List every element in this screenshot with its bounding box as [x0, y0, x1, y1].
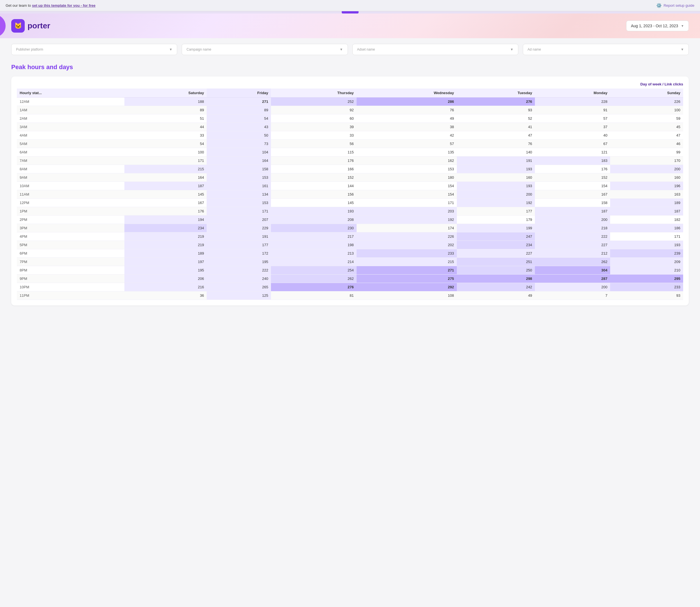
value-cell: 251 [457, 258, 535, 266]
hour-cell: 1AM [17, 106, 124, 114]
filter-campaign_name[interactable]: Campaign name▼ [182, 44, 348, 55]
value-cell: 160 [457, 173, 535, 182]
filter-label: Adset name [357, 47, 375, 51]
value-cell: 163 [610, 190, 683, 199]
value-cell: 67 [535, 140, 610, 148]
col-header-3: Thursday [271, 88, 356, 98]
table-row: 9AM164153152180160152160 [17, 173, 683, 182]
hour-cell: 12AM [17, 98, 124, 106]
filter-publisher_platform[interactable]: Publisher platform▼ [11, 44, 177, 55]
value-cell: 180 [356, 173, 457, 182]
value-cell: 202 [356, 241, 457, 249]
value-cell: 187 [124, 182, 207, 190]
value-cell: 145 [124, 190, 207, 199]
value-cell: 104 [207, 148, 271, 156]
chevron-down-icon: ▼ [681, 47, 684, 51]
value-cell: 33 [124, 131, 207, 140]
value-cell: 228 [535, 98, 610, 106]
value-cell: 192 [356, 215, 457, 224]
value-cell: 57 [535, 114, 610, 123]
value-cell: 153 [207, 173, 271, 182]
main-content: Peak hours and days Day of week / Link c… [0, 61, 700, 317]
filter-adset_name[interactable]: Adset name▼ [352, 44, 518, 55]
col-header-1: Saturday [124, 88, 207, 98]
value-cell: 37 [535, 123, 610, 131]
value-cell: 99 [610, 148, 683, 156]
table-row: 3PM234229230174199218186 [17, 224, 683, 232]
value-cell: 275 [356, 275, 457, 283]
filters-bar: Publisher platform▼Campaign name▼Adset n… [0, 38, 700, 61]
value-cell: 176 [124, 207, 207, 215]
value-cell: 92 [271, 106, 356, 114]
col-header-4: Wednesday [356, 88, 457, 98]
value-cell: 125 [207, 291, 271, 300]
table-header: Hourly stat...SaturdayFridayThursdayWedn… [17, 88, 683, 98]
filter-ad_name[interactable]: Ad name▼ [523, 44, 689, 55]
progress-bar [342, 11, 358, 14]
table-row: 4AM33503342474047 [17, 131, 683, 140]
value-cell: 56 [271, 140, 356, 148]
value-cell: 187 [610, 207, 683, 215]
chevron-down-icon: ▼ [340, 47, 343, 51]
value-cell: 49 [356, 114, 457, 123]
value-cell: 203 [356, 207, 457, 215]
value-cell: 89 [124, 106, 207, 114]
value-cell: 162 [356, 156, 457, 165]
value-cell: 161 [207, 182, 271, 190]
value-cell: 215 [356, 258, 457, 266]
table-row: 4PM219191217226247222171 [17, 232, 683, 241]
value-cell: 73 [207, 140, 271, 148]
section-title: Peak hours and days [11, 63, 689, 71]
hour-cell: 3AM [17, 123, 124, 131]
value-cell: 218 [535, 224, 610, 232]
value-cell: 193 [610, 241, 683, 249]
value-cell: 230 [271, 224, 356, 232]
value-cell: 144 [271, 182, 356, 190]
value-cell: 222 [535, 232, 610, 241]
value-cell: 189 [610, 199, 683, 207]
value-cell: 183 [535, 156, 610, 165]
value-cell: 200 [610, 165, 683, 173]
hour-cell: 4AM [17, 131, 124, 140]
table-body: 12AM1882712522862762282261AM898992769391… [17, 98, 683, 300]
value-cell: 171 [356, 199, 457, 207]
value-cell: 167 [124, 199, 207, 207]
value-cell: 295 [610, 275, 683, 283]
value-cell: 276 [271, 283, 356, 291]
table-row: 5PM219177198202234227193 [17, 241, 683, 249]
value-cell: 262 [535, 258, 610, 266]
value-cell: 212 [535, 249, 610, 258]
value-cell: 217 [271, 232, 356, 241]
value-cell: 193 [457, 165, 535, 173]
value-cell: 152 [535, 173, 610, 182]
value-cell: 60 [271, 114, 356, 123]
hour-cell: 4PM [17, 232, 124, 241]
setup-link[interactable]: set up this template for you - for free [32, 3, 95, 7]
value-cell: 298 [457, 275, 535, 283]
value-cell: 170 [610, 156, 683, 165]
hour-cell: 1PM [17, 207, 124, 215]
hour-cell: 11PM [17, 291, 124, 300]
hour-cell: 2PM [17, 215, 124, 224]
hour-cell: 5AM [17, 140, 124, 148]
value-cell: 152 [271, 173, 356, 182]
value-cell: 40 [535, 131, 610, 140]
date-range-picker[interactable]: Aug 1, 2023 - Oct 12, 2023 ▼ [626, 21, 689, 31]
value-cell: 158 [535, 199, 610, 207]
value-cell: 50 [207, 131, 271, 140]
table-row: 10AM187161144154193154196 [17, 182, 683, 190]
report-guide-button[interactable]: ⚙️ Report setup guide [656, 3, 694, 8]
col-header-5: Tuesday [457, 88, 535, 98]
value-cell: 240 [207, 275, 271, 283]
value-cell: 191 [457, 156, 535, 165]
table-row: 7AM171164176162191183170 [17, 156, 683, 165]
value-cell: 42 [356, 131, 457, 140]
value-cell: 182 [610, 215, 683, 224]
value-cell: 271 [356, 266, 457, 275]
value-cell: 214 [271, 258, 356, 266]
value-cell: 145 [271, 199, 356, 207]
hour-cell: 7AM [17, 156, 124, 165]
value-cell: 227 [457, 249, 535, 258]
value-cell: 265 [207, 283, 271, 291]
col-header-2: Friday [207, 88, 271, 98]
